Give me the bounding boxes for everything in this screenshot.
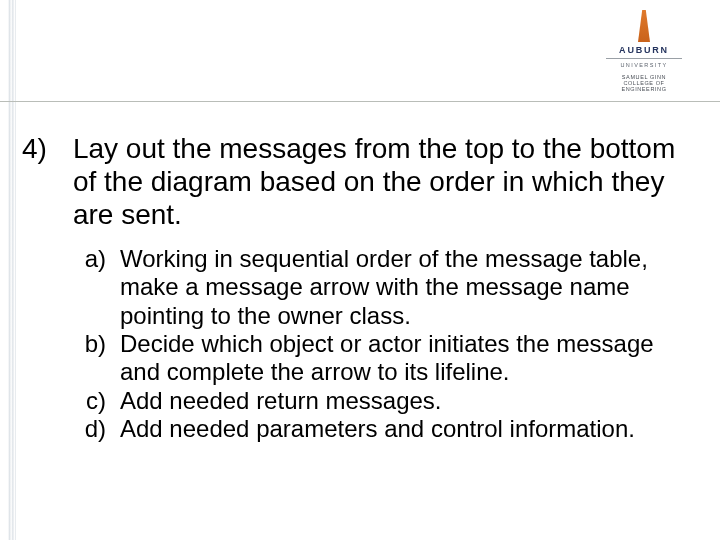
substep-letter: d) [82, 415, 120, 443]
substep-letter: b) [82, 330, 120, 358]
step-number: 4) [22, 132, 55, 165]
substep-text: Decide which object or actor initiates t… [120, 330, 692, 387]
substep-letter: c) [82, 387, 120, 415]
logo-university: UNIVERSITY [600, 62, 688, 68]
step-4: 4) Lay out the messages from the top to … [22, 132, 692, 231]
substep-d: d) Add needed parameters and control inf… [82, 415, 692, 443]
substeps: a) Working in sequential order of the me… [22, 245, 692, 443]
slide-body: 4) Lay out the messages from the top to … [22, 132, 692, 443]
substep-a: a) Working in sequential order of the me… [82, 245, 692, 330]
logo-college-line2: COLLEGE OF ENGINEERING [600, 80, 688, 92]
substep-b: b) Decide which object or actor initiate… [82, 330, 692, 387]
auburn-tower-icon [635, 10, 653, 42]
substep-text: Add needed return messages. [120, 387, 692, 415]
logo-wordmark: AUBURN [600, 44, 688, 55]
logo-divider [606, 58, 682, 59]
substep-letter: a) [82, 245, 120, 273]
step-text: Lay out the messages from the top to the… [55, 132, 692, 231]
substep-text: Add needed parameters and control inform… [120, 415, 692, 443]
auburn-logo: AUBURN UNIVERSITY SAMUEL GINN COLLEGE OF… [600, 10, 688, 92]
substep-c: c) Add needed return messages. [82, 387, 692, 415]
substep-text: Working in sequential order of the messa… [120, 245, 692, 330]
slide-header: AUBURN UNIVERSITY SAMUEL GINN COLLEGE OF… [0, 0, 720, 102]
